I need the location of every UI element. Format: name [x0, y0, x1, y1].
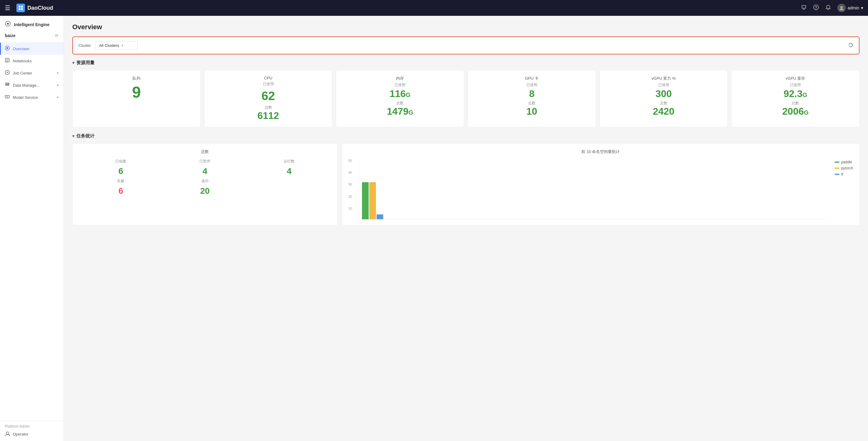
sidebar-item-label-job-center: Job Center	[13, 71, 32, 76]
svg-point-16	[6, 432, 9, 434]
svg-rect-1	[21, 6, 23, 8]
data-manage-arrow: ▾	[57, 83, 59, 87]
resource-card-queue: 队列 9	[72, 70, 200, 127]
chart-title: 前 10 命名空间量统计	[348, 149, 853, 154]
task-section-title: 任务统计	[76, 133, 95, 139]
sidebar-footer-user: Operator	[5, 431, 59, 437]
stats-section-label: 总数	[79, 149, 331, 154]
legend-label-paddle: paddle	[841, 160, 852, 164]
gpu-total-value: 10	[474, 106, 590, 117]
gpu-used-value: 8	[474, 88, 590, 99]
vgpu-memory-total-value: 2006	[782, 106, 804, 117]
vgpu-memory-total-display: 2006G	[738, 106, 853, 117]
gpu-used-label: 已使用	[474, 82, 590, 88]
running-label-cell: 运行数	[247, 159, 331, 164]
stats-row: 总数 已创建 已暂停 运行数 6 4	[72, 143, 860, 225]
user-menu[interactable]: admin ▾	[837, 4, 863, 12]
paused-label-cell: 已暂停	[163, 159, 247, 164]
memory-total-label: 总数	[342, 101, 458, 106]
svg-rect-2	[19, 8, 20, 10]
svg-point-8	[7, 23, 9, 25]
legend-dot-paddle	[835, 161, 839, 163]
sidebar-section-title: Intelligent Engine	[14, 22, 50, 27]
filter-bar: Cluster All Clusters ▾	[72, 36, 860, 54]
workspace-refresh-icon[interactable]: ⟳	[55, 33, 59, 38]
user-name: admin	[848, 5, 859, 10]
created-label-cell: 已创建	[79, 159, 163, 164]
sidebar-section-header: Intelligent Engine	[0, 16, 64, 31]
avatar	[837, 4, 846, 12]
chart-bars	[359, 159, 830, 219]
gpu-total-label: 总数	[474, 101, 590, 106]
sidebar-item-label-data-manage: Data Manage...	[13, 83, 40, 88]
footer-user-icon	[5, 431, 10, 437]
main-content: Overview Cluster All Clusters ▾ ▾ 资源用量 队…	[64, 16, 868, 441]
created-value-cell: 6	[79, 166, 163, 176]
model-service-icon	[5, 94, 10, 100]
overview-icon	[5, 46, 10, 52]
vgpu-compute-total-label: 总数	[606, 101, 721, 106]
task-section-toggle[interactable]: ▾	[72, 134, 74, 138]
created-label: 已创建	[79, 159, 163, 164]
cluster-select[interactable]: All Clusters ▾	[95, 41, 138, 50]
cpu-used-label: 已使用	[211, 82, 326, 87]
bar-paddle-1	[362, 182, 369, 219]
vgpu-compute-title: vGPU 算力 %	[606, 76, 721, 81]
sidebar-item-notebooks[interactable]: Notebooks	[0, 55, 64, 67]
y-label-20: 20	[348, 195, 352, 198]
resource-card-gpu: GPU 卡 已使用 8 总数 10	[468, 70, 596, 127]
vgpu-compute-used-value: 300	[606, 88, 721, 99]
legend-label-tf: tf	[841, 172, 843, 176]
legend-label-pytorch: pytorch	[841, 166, 853, 170]
sidebar-item-label-model-service: Model Service	[13, 95, 38, 100]
bar-pytorch-1	[369, 182, 376, 219]
svg-rect-13	[5, 83, 9, 84]
help-icon[interactable]: ?	[813, 4, 819, 12]
success-value-cell: 20	[163, 186, 247, 196]
page-title: Overview	[72, 23, 860, 31]
vgpu-memory-used-label: 已使用	[738, 82, 853, 88]
sidebar-item-data-manage[interactable]: Data Manage... ▾	[0, 79, 64, 91]
sidebar-workspace: baize ⟳	[0, 31, 64, 42]
svg-text:?: ?	[815, 5, 817, 10]
placeholder-cell	[247, 179, 331, 184]
legend-pytorch: pytorch	[835, 166, 853, 170]
job-center-arrow: ▾	[57, 71, 59, 75]
success-value: 20	[163, 186, 247, 196]
topnav: ☰ DaoCloud ? admin ▾	[0, 0, 868, 16]
svg-point-6	[840, 6, 843, 8]
failed-label-cell: 失败	[79, 179, 163, 184]
y-label-40: 40	[348, 171, 352, 174]
created-value: 6	[79, 166, 163, 176]
memory-title: 内存	[342, 76, 458, 81]
bell-icon[interactable]	[825, 4, 831, 12]
chart-legend: paddle pytorch tf	[835, 159, 853, 219]
stats-card-totals: 总数 已创建 已暂停 运行数 6 4	[72, 143, 338, 225]
task-section-header: ▾ 任务统计	[72, 133, 860, 139]
filter-refresh-icon[interactable]	[848, 42, 854, 49]
model-service-arrow: ▾	[57, 95, 59, 99]
paused-value: 4	[163, 166, 247, 176]
bar-group-1	[362, 182, 383, 219]
menu-icon[interactable]: ☰	[5, 4, 10, 11]
sidebar-item-model-service[interactable]: Model Service ▾	[0, 91, 64, 104]
chevron-down-icon: ▾	[122, 43, 123, 48]
paused-label: 已暂停	[163, 159, 247, 164]
bar-tf-1	[377, 214, 383, 219]
resource-section-toggle[interactable]: ▾	[72, 61, 74, 65]
y-label-10: 10	[348, 207, 352, 210]
queue-value: 9	[79, 84, 194, 100]
legend-tf: tf	[835, 172, 853, 176]
running-label: 运行数	[247, 159, 331, 164]
resource-card-vgpu-compute: vGPU 算力 % 已使用 300 总数 2420	[600, 70, 728, 127]
sidebar-item-job-center[interactable]: Job Center ▾	[0, 67, 64, 79]
chat-icon[interactable]	[801, 4, 807, 12]
gpu-title: GPU 卡	[474, 76, 590, 81]
y-label-50: 50	[348, 159, 352, 163]
sidebar-item-overview[interactable]: Overview	[0, 42, 64, 55]
logo: DaoCloud	[17, 4, 53, 12]
notebooks-icon	[5, 58, 10, 64]
workspace-name: baize	[5, 33, 16, 38]
queue-title: 队列	[79, 76, 194, 81]
memory-used-value: 116	[390, 88, 406, 99]
